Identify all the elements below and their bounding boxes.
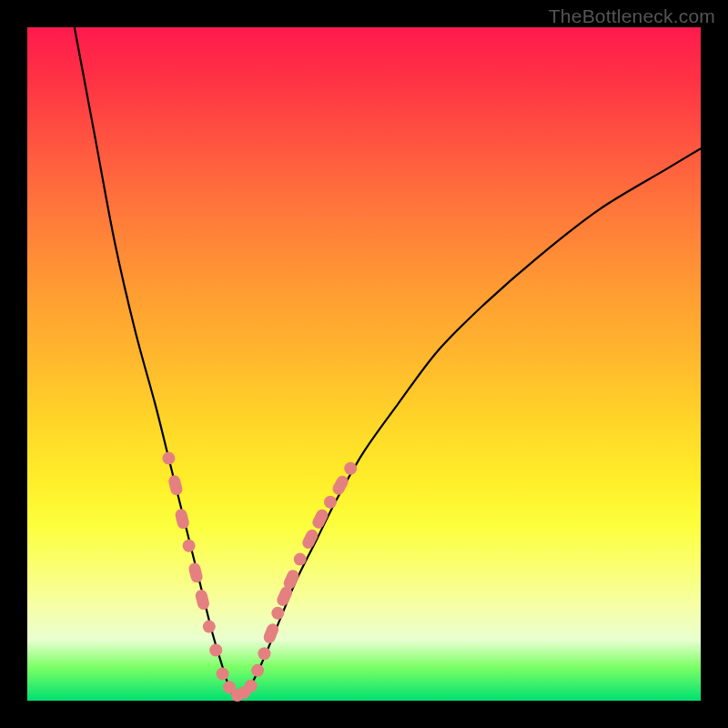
curve-marker bbox=[162, 452, 175, 465]
chart-frame: TheBottleneck.com bbox=[0, 0, 728, 728]
curve-marker bbox=[258, 647, 270, 660]
curve-marker bbox=[194, 589, 210, 611]
curve-marker bbox=[294, 553, 307, 566]
plot-area bbox=[27, 27, 701, 701]
curve-marker bbox=[183, 540, 196, 552]
bottleneck-curve bbox=[75, 27, 701, 697]
curve-marker bbox=[330, 473, 350, 497]
curve-markers bbox=[162, 452, 357, 702]
watermark-text: TheBottleneck.com bbox=[549, 5, 715, 27]
curve-marker bbox=[174, 508, 190, 530]
curve-marker bbox=[344, 462, 357, 475]
curve-marker bbox=[245, 680, 258, 693]
curve-marker bbox=[167, 474, 184, 496]
curve-svg bbox=[27, 27, 701, 701]
curve-marker bbox=[209, 644, 222, 657]
curve-marker bbox=[187, 561, 204, 583]
curve-marker bbox=[271, 607, 284, 620]
curve-marker bbox=[217, 667, 229, 680]
curve-marker bbox=[203, 621, 216, 633]
curve-marker bbox=[251, 664, 264, 677]
curve-marker bbox=[324, 496, 337, 509]
